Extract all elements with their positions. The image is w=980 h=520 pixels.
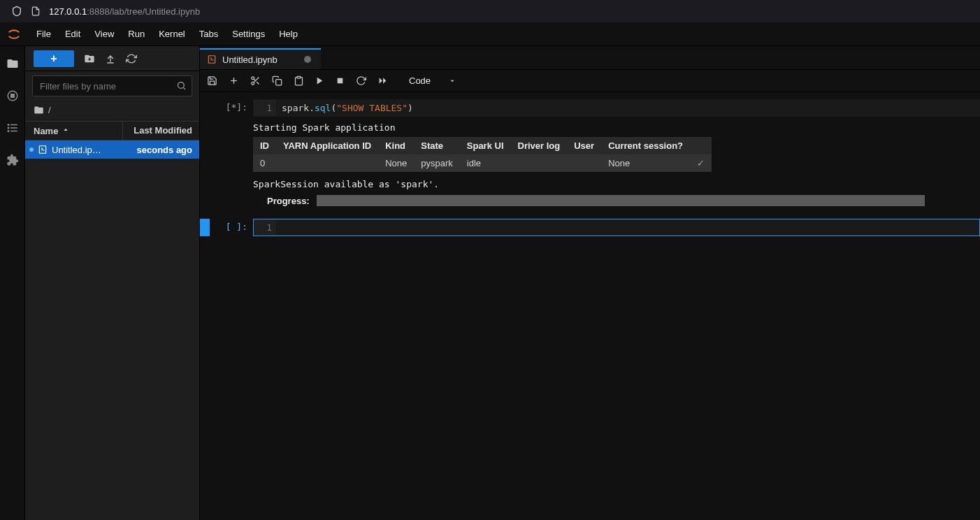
extensions-icon[interactable] [6,154,19,166]
table-header-row: ID YARN Application ID Kind State Spark … [253,137,712,154]
output-text: Starting Spark application [253,121,980,134]
progress-row: Progress: [253,195,980,206]
cell-2[interactable]: [ ]: 1 [200,217,980,238]
file-name: Untitled.ip… [52,145,122,155]
shield-icon [11,6,22,17]
editor-tabs: Untitled.ipynb [200,46,980,70]
menu-settings[interactable]: Settings [225,22,272,46]
svg-rect-19 [276,80,282,85]
tab-title: Untitled.ipynb [222,55,278,65]
chevron-down-icon [449,78,456,85]
menu-kernel[interactable]: Kernel [152,22,192,46]
column-modified[interactable]: Last Modified [122,121,199,140]
run-icon[interactable] [315,76,324,85]
notebook-icon [207,55,217,64]
new-launcher-button[interactable]: + [34,50,74,67]
code-input[interactable]: 1 [253,219,980,236]
progress-label: Progress: [253,196,310,206]
toc-icon[interactable] [6,122,19,134]
progress-bar [317,195,925,206]
file-browser: + / [25,46,200,520]
menu-help[interactable]: Help [272,22,305,46]
running-dot-icon [29,147,34,152]
file-row[interactable]: Untitled.ip… seconds ago [25,140,199,159]
breadcrumb[interactable]: / [25,101,199,121]
sort-asc-icon [62,127,69,134]
notebook-body[interactable]: [*]: 1 spark.sql("SHOW TABLES") Starting… [200,92,980,520]
check-icon: ✓ [690,154,712,172]
column-name[interactable]: Name [25,126,122,136]
menu-bar: File Edit View Run Kernel Tabs Settings … [0,22,980,46]
svg-marker-24 [383,78,386,84]
cell-gutter [200,219,210,236]
cell-prompt: [ ]: [210,219,253,236]
svg-point-7 [8,131,9,132]
cut-icon[interactable] [250,75,261,86]
output-table: ID YARN Application ID Kind State Spark … [253,137,712,172]
run-all-icon[interactable] [377,76,388,85]
paste-icon[interactable] [294,75,304,86]
svg-point-5 [8,124,9,126]
dirty-indicator-icon [304,56,311,63]
running-icon[interactable] [6,89,19,102]
line-number: 1 [254,219,276,236]
file-list: Untitled.ip… seconds ago [25,140,199,520]
table-row: 0 None pyspark idle None ✓ [253,154,712,172]
svg-rect-1 [10,94,14,98]
file-list-header: Name Last Modified [25,121,199,140]
menu-run[interactable]: Run [121,22,152,46]
file-browser-toolbar: + [25,46,199,71]
menu-view[interactable]: View [87,22,121,46]
folder-icon[interactable] [6,57,19,70]
url-text[interactable]: 127.0.0.1:8888/lab/tree/Untitled.ipynb [49,6,200,17]
menu-edit[interactable]: Edit [58,22,87,46]
save-icon[interactable] [207,75,217,86]
code-text[interactable] [276,219,979,236]
upload-icon[interactable] [105,53,116,64]
output-text: SparkSession available as 'spark'. [253,178,980,191]
svg-point-6 [8,127,9,129]
menu-tabs[interactable]: Tabs [192,22,225,46]
file-filter-input[interactable] [32,75,192,96]
svg-marker-23 [380,78,382,84]
notebook-icon [38,145,48,154]
cell-output: Starting Spark application ID YARN Appli… [253,117,980,206]
cell-gutter [200,99,210,206]
svg-rect-20 [297,76,301,78]
line-number: 1 [254,100,276,116]
add-cell-icon[interactable] [229,75,239,86]
file-filter [32,75,192,96]
cell-type-select[interactable]: Code [403,74,461,87]
svg-marker-21 [317,78,323,85]
activity-bar [0,46,25,520]
page-icon [31,6,41,16]
file-modified: seconds ago [122,145,199,155]
svg-point-15 [252,82,254,85]
cell-prompt: [*]: [210,99,253,206]
new-folder-icon[interactable] [84,53,95,64]
svg-line-9 [183,87,185,89]
refresh-icon[interactable] [126,53,137,64]
menu-file[interactable]: File [29,22,58,46]
notebook-toolbar: Code [200,70,980,92]
breadcrumb-root[interactable]: / [48,105,51,115]
folder-icon [34,105,44,115]
svg-point-14 [252,77,254,80]
tab-untitled[interactable]: Untitled.ipynb [200,48,321,69]
cell-1[interactable]: [*]: 1 spark.sql("SHOW TABLES") Starting… [200,98,980,208]
browser-address-bar: 127.0.0.1:8888/lab/tree/Untitled.ipynb [0,0,980,22]
stop-icon[interactable] [336,76,345,85]
svg-line-17 [257,82,259,84]
code-input[interactable]: 1 spark.sql("SHOW TABLES") [253,99,980,117]
search-icon [176,80,187,91]
copy-icon[interactable] [272,75,282,86]
svg-point-8 [178,82,185,89]
editor-area: Untitled.ipynb Code [200,46,980,520]
code-text[interactable]: spark.sql("SHOW TABLES") [276,100,979,116]
restart-icon[interactable] [356,75,366,86]
jupyter-logo-icon [6,26,22,43]
svg-line-18 [254,79,255,80]
svg-rect-22 [338,78,343,84]
